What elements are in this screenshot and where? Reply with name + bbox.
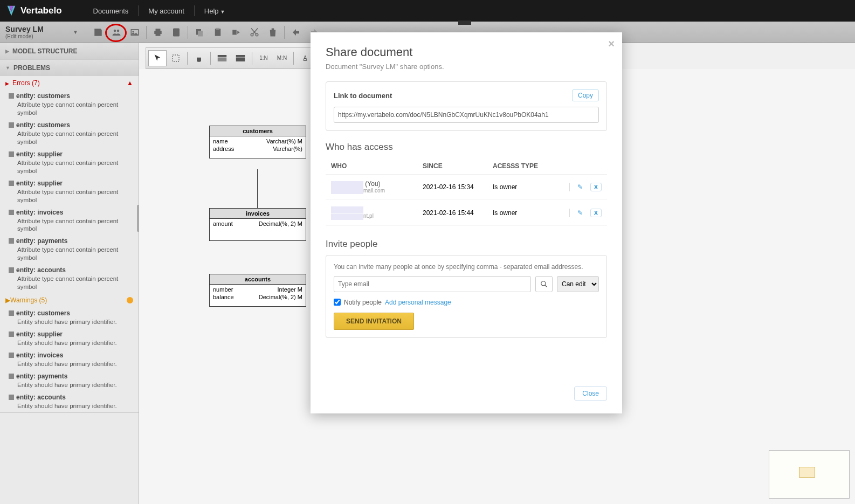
error-item[interactable]: entity: supplierAttribute type cannot co… (0, 148, 139, 177)
close-icon[interactable]: × (608, 38, 615, 50)
send-invitation-button[interactable]: SEND INVITATION (334, 313, 414, 330)
copy-button[interactable] (190, 24, 209, 40)
image-export-button[interactable] (126, 24, 144, 40)
undo-button[interactable] (287, 24, 305, 40)
entity-icon (9, 267, 14, 273)
entity-icon (9, 374, 14, 379)
invite-heading: Invite people (326, 239, 607, 250)
error-item[interactable]: entity: accountsAttribute type cannot co… (0, 264, 139, 293)
svg-point-19 (541, 281, 546, 285)
marquee-tool[interactable] (167, 50, 185, 66)
copy-link-button[interactable]: Copy (572, 89, 599, 101)
caret-right-icon: ▶ (5, 49, 9, 54)
col-type: ACESSS TYPE (493, 162, 541, 170)
col-since: SINCE (423, 162, 493, 170)
entity-title: accounts (210, 274, 306, 285)
notify-label: Notify people (344, 299, 382, 306)
warning-item[interactable]: entity: supplierEntity should have prima… (0, 328, 139, 349)
entity-icon (9, 181, 14, 186)
nav-documents[interactable]: Documents (84, 7, 139, 15)
logo[interactable]: Vertabelo (5, 5, 62, 17)
notify-checkbox[interactable] (334, 299, 341, 306)
select-tool[interactable] (148, 50, 167, 66)
search-button[interactable] (535, 276, 553, 292)
error-item[interactable]: entity: customersAttribute type cannot c… (0, 119, 139, 148)
share-modal: × Share document Document "Survey LM" sh… (311, 32, 622, 413)
canvas-toolbar: 1:N M:N A (146, 47, 317, 69)
entity-customers[interactable]: customers nameVarchar(%) M addressVarcha… (209, 126, 306, 158)
problems-header[interactable]: ▼PROBLEMS (0, 60, 139, 76)
remove-access-button[interactable]: X (590, 183, 602, 191)
modal-subtitle: Document "Survey LM" share options. (326, 63, 607, 71)
email-input[interactable] (334, 276, 531, 292)
link-input[interactable] (334, 107, 599, 123)
remove-access-button[interactable]: X (590, 209, 602, 217)
nav-help[interactable]: Help▼ (195, 7, 235, 15)
entity-icon (9, 395, 14, 400)
minimap[interactable] (769, 450, 850, 499)
entity-tool[interactable] (213, 50, 231, 66)
error-icon: ▲ (127, 79, 133, 87)
svg-rect-9 (215, 29, 221, 36)
warning-icon (127, 297, 133, 303)
warning-item[interactable]: entity: customersEntity should have prim… (0, 307, 139, 328)
col-who: WHO (331, 162, 423, 170)
duplicate-button[interactable] (227, 24, 245, 40)
close-button[interactable]: Close (574, 386, 607, 401)
pan-tool[interactable] (190, 50, 208, 66)
error-item[interactable]: entity: supplierAttribute type cannot co… (0, 177, 139, 206)
print-button[interactable] (149, 24, 167, 40)
entity-icon (9, 151, 14, 157)
edit-icon[interactable]: ✎ (577, 209, 583, 217)
collapse-tab[interactable] (458, 20, 471, 25)
brand-text: Vertabelo (20, 5, 62, 16)
svg-rect-11 (232, 30, 237, 34)
warning-item[interactable]: entity: invoicesEntity should have prima… (0, 349, 139, 370)
error-item[interactable]: entity: invoicesAttribute type cannot co… (0, 206, 139, 236)
top-nav: Vertabelo Documents My account Help▼ (0, 0, 855, 22)
edit-icon[interactable]: ✎ (577, 183, 583, 191)
nav-account[interactable]: My account (139, 7, 194, 15)
relation-line[interactable] (257, 169, 258, 208)
delete-button[interactable] (264, 24, 282, 40)
minimap-viewport[interactable] (799, 467, 815, 478)
svg-rect-16 (218, 58, 227, 62)
svg-rect-17 (236, 55, 245, 57)
caret-right-icon: ▶ (5, 81, 9, 86)
access-row: nt.pl 2021-02-16 15:44 Is owner ✎ X (326, 200, 607, 225)
access-heading: Who has access (326, 142, 607, 153)
svg-rect-15 (218, 55, 227, 57)
entity-accounts[interactable]: accounts numberInteger M balanceDecimal(… (209, 274, 306, 307)
error-item[interactable]: entity: customersAttribute type cannot c… (0, 90, 139, 119)
access-row: (You) mail.com 2021-02-16 15:34 Is owner… (326, 175, 607, 200)
modal-title: Share document (326, 45, 607, 59)
entity-tool-2[interactable] (231, 50, 250, 66)
cut-button[interactable] (245, 24, 264, 40)
svg-point-2 (114, 29, 116, 32)
caret-down-icon[interactable]: ▼ (73, 29, 78, 35)
search-icon (540, 280, 548, 288)
error-item[interactable]: entity: paymentsAttribute type cannot co… (0, 235, 139, 264)
svg-line-20 (545, 285, 547, 287)
add-personal-message-link[interactable]: Add personal message (385, 299, 451, 306)
warnings-header[interactable]: ▶Warnings (5) (0, 293, 139, 307)
paste-button[interactable] (209, 24, 227, 40)
permission-select[interactable]: Can edit (557, 276, 599, 292)
access-table: WHO SINCE ACESSS TYPE (You) mail.com 202… (326, 158, 607, 226)
save-button[interactable] (89, 24, 107, 40)
relation-1n-tool[interactable]: 1:N (254, 50, 273, 66)
model-structure-header[interactable]: ▶MODEL STRUCTURE (0, 43, 139, 59)
entity-icon (9, 310, 14, 316)
warning-item[interactable]: entity: accountsEntity should have prima… (0, 391, 139, 412)
entity-icon (9, 210, 14, 215)
doc-export-button[interactable] (167, 24, 185, 40)
warning-item[interactable]: entity: paymentsEntity should have prima… (0, 370, 139, 391)
entity-title: customers (210, 126, 306, 136)
caret-right-icon: ▶ (5, 296, 10, 304)
left-panel: ▶MODEL STRUCTURE ▼PROBLEMS ▶Errors (7) ▲… (0, 43, 139, 504)
share-button[interactable] (107, 24, 126, 40)
entity-invoices[interactable]: invoices amountDecimal(%, 2) M (209, 208, 306, 241)
relation-mn-tool[interactable]: M:N (273, 50, 291, 66)
entity-icon (9, 332, 14, 337)
errors-header[interactable]: ▶Errors (7) ▲ (0, 76, 139, 90)
